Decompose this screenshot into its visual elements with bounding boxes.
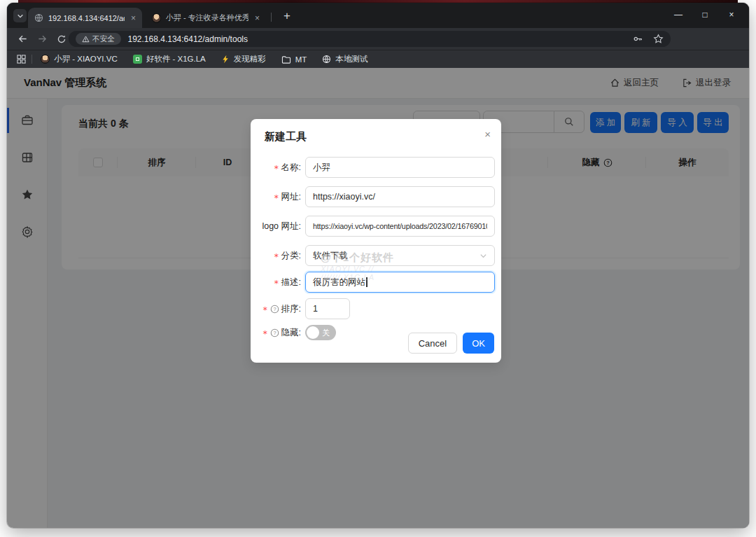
required-mark: *	[262, 305, 268, 315]
password-key-icon[interactable]	[633, 34, 643, 44]
logo-url-input[interactable]	[305, 216, 495, 237]
toggle-off-label: 关	[322, 328, 330, 338]
bookmark-x1g[interactable]: 好软件 - X1G.LA	[133, 54, 206, 64]
bookmark-star-icon[interactable]	[653, 34, 664, 44]
svg-text:?: ?	[273, 330, 276, 336]
bookmark-xiaoyi[interactable]: 小羿 - XIAOYI.VC	[41, 54, 118, 64]
category-label: * 分类:	[255, 249, 301, 262]
maximize-button[interactable]: □	[692, 3, 718, 27]
name-field-row: * 名称:	[251, 157, 501, 178]
category-selected-value: 软件下载	[313, 250, 348, 262]
chevron-down-icon	[17, 13, 24, 20]
globe-icon	[322, 55, 331, 64]
bookmark-label: 好软件 - X1G.LA	[146, 54, 206, 64]
sort-label: * ? 排序:	[255, 302, 301, 315]
bookmark-label: 本地测试	[335, 54, 368, 64]
required-mark: *	[274, 163, 279, 174]
category-select[interactable]: 软件下载	[305, 245, 495, 266]
bookmarks-bar: 小羿 - XIAOYI.VC 好软件 - X1G.LA 发现精彩 MT 本地测试	[7, 50, 749, 68]
bookmarks-separator	[31, 55, 32, 64]
avatar-favicon	[41, 55, 50, 64]
name-label: * 名称:	[255, 161, 301, 174]
tab-xiaoyi[interactable]: 小羿 - 专注收录各种优秀软件！ ×	[146, 8, 266, 28]
name-input[interactable]	[305, 157, 495, 178]
description-field-row: * 描述: 很厉害的网站	[251, 272, 501, 293]
logo-field-row: logo 网址:	[251, 216, 501, 237]
url-text: 192.168.4.134:6412/admin/tools	[128, 34, 634, 44]
warning-triangle-icon	[82, 36, 90, 43]
tab-close-icon[interactable]: ×	[255, 13, 260, 23]
toggle-knob	[307, 326, 319, 339]
browser-toolbar: 不安全 192.168.4.134:6412/admin/tools	[7, 28, 749, 50]
cancel-button[interactable]: Cancel	[408, 333, 457, 354]
bookmark-label: MT	[295, 55, 307, 64]
avatar-favicon	[152, 13, 161, 23]
reload-icon	[57, 34, 66, 44]
folder-icon	[281, 55, 291, 64]
bookmark-label: 发现精彩	[234, 54, 266, 64]
category-field-row: * 分类: 软件下载	[251, 245, 501, 266]
required-mark: *	[274, 278, 279, 288]
required-mark: *	[262, 328, 268, 339]
security-badge[interactable]: 不安全	[76, 33, 121, 45]
tab-title: 小羿 - 专注收录各种优秀软件！	[166, 13, 248, 23]
new-tab-button[interactable]: +	[279, 8, 295, 25]
tab-admin-tools[interactable]: 192.168.4.134:6412/admin/to ×	[28, 8, 142, 28]
chevron-down-icon	[479, 252, 487, 260]
description-input[interactable]: 很厉害的网站	[305, 272, 495, 293]
tab-separator	[271, 13, 272, 22]
hidden-toggle[interactable]: 关	[305, 325, 336, 340]
apps-grid-icon[interactable]	[17, 55, 26, 64]
green-app-favicon	[133, 55, 142, 64]
omnibox-icons	[633, 34, 664, 44]
tab-strip: 192.168.4.134:6412/admin/to × 小羿 - 专注收录各…	[7, 3, 749, 28]
description-label: * 描述:	[255, 276, 301, 288]
vannav-admin-page: VanNav 管理系统 返回主页 退出登录	[7, 68, 749, 528]
tab-search-button[interactable]	[13, 9, 27, 22]
question-circle-icon[interactable]: ?	[270, 328, 279, 337]
modal-title: 新建工具	[251, 130, 501, 147]
close-button[interactable]: ×	[718, 3, 745, 27]
tab-title: 192.168.4.134:6412/admin/to	[48, 14, 125, 22]
bookmark-discover[interactable]: 发现精彩	[221, 54, 266, 64]
sort-field-row: * ? 排序:	[251, 298, 501, 319]
browser-window: 192.168.4.134:6412/admin/to × 小羿 - 专注收录各…	[7, 3, 749, 528]
back-button[interactable]	[13, 34, 32, 44]
required-mark: *	[274, 193, 279, 203]
description-value: 很厉害的网站	[313, 277, 365, 288]
minimize-button[interactable]: —	[665, 3, 692, 27]
modal-close-icon[interactable]: ×	[484, 128, 491, 140]
url-label: * 网址:	[255, 190, 301, 203]
svg-text:?: ?	[273, 306, 276, 312]
tab-close-icon[interactable]: ×	[131, 13, 136, 23]
forward-button[interactable]	[32, 34, 52, 44]
lightning-icon	[221, 55, 230, 64]
text-cursor	[366, 277, 368, 287]
globe-icon	[34, 13, 43, 22]
sort-input[interactable]	[305, 298, 350, 319]
logo-url-label: logo 网址:	[255, 221, 301, 232]
url-input[interactable]	[305, 186, 495, 207]
bookmark-folder-mt[interactable]: MT	[281, 55, 307, 64]
modal-footer: Cancel OK	[408, 333, 494, 354]
hidden-label: * ? 隐藏:	[255, 326, 301, 339]
required-mark: *	[274, 251, 279, 262]
back-arrow-icon	[18, 34, 28, 44]
screenshot-root: 192.168.4.134:6412/admin/to × 小羿 - 专注收录各…	[0, 0, 756, 537]
new-tool-modal: 新建工具 × * 名称: * 网址:	[251, 119, 501, 363]
address-bar[interactable]: 不安全 192.168.4.134:6412/admin/tools	[69, 31, 671, 47]
ok-button[interactable]: OK	[463, 333, 494, 354]
security-badge-label: 不安全	[92, 34, 115, 44]
window-controls: — □ ×	[665, 3, 745, 27]
bookmark-localtest[interactable]: 本地测试	[322, 54, 368, 64]
url-field-row: * 网址:	[251, 186, 501, 207]
bookmark-label: 小羿 - XIAOYI.VC	[54, 54, 118, 64]
question-circle-icon[interactable]: ?	[270, 305, 279, 314]
forward-arrow-icon	[37, 34, 48, 44]
